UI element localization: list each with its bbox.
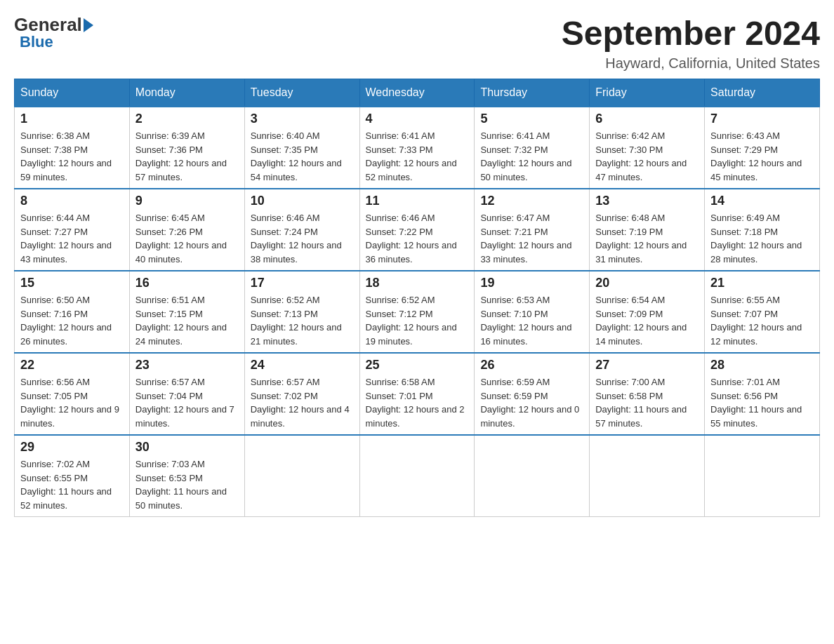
day-info: Sunrise: 6:39 AMSunset: 7:36 PMDaylight:… bbox=[135, 129, 239, 184]
day-info: Sunrise: 6:45 AMSunset: 7:26 PMDaylight:… bbox=[135, 211, 239, 266]
calendar-cell: 4Sunrise: 6:41 AMSunset: 7:33 PMDaylight… bbox=[359, 107, 475, 189]
day-info: Sunrise: 6:44 AMSunset: 7:27 PMDaylight:… bbox=[20, 211, 124, 266]
calendar-cell: 27Sunrise: 7:00 AMSunset: 6:58 PMDayligh… bbox=[590, 353, 705, 435]
calendar-cell: 8Sunrise: 6:44 AMSunset: 7:27 PMDaylight… bbox=[15, 189, 130, 271]
day-number: 14 bbox=[710, 194, 814, 208]
day-number: 10 bbox=[251, 194, 354, 208]
calendar-cell: 7Sunrise: 6:43 AMSunset: 7:29 PMDaylight… bbox=[705, 107, 820, 189]
calendar-cell bbox=[359, 435, 475, 517]
day-number: 6 bbox=[595, 112, 699, 126]
day-number: 11 bbox=[366, 194, 469, 208]
col-monday: Monday bbox=[129, 79, 244, 107]
col-wednesday: Wednesday bbox=[359, 79, 475, 107]
calendar-cell bbox=[475, 435, 590, 517]
calendar-cell: 12Sunrise: 6:47 AMSunset: 7:21 PMDayligh… bbox=[475, 189, 590, 271]
calendar-cell: 1Sunrise: 6:38 AMSunset: 7:38 PMDaylight… bbox=[15, 107, 130, 189]
calendar-week-row: 29Sunrise: 7:02 AMSunset: 6:55 PMDayligh… bbox=[15, 435, 820, 517]
day-number: 13 bbox=[595, 194, 699, 208]
calendar-cell: 20Sunrise: 6:54 AMSunset: 7:09 PMDayligh… bbox=[590, 271, 705, 353]
calendar-week-row: 22Sunrise: 6:56 AMSunset: 7:05 PMDayligh… bbox=[15, 353, 820, 435]
day-number: 12 bbox=[480, 194, 583, 208]
day-number: 24 bbox=[251, 358, 354, 373]
calendar-week-row: 1Sunrise: 6:38 AMSunset: 7:38 PMDaylight… bbox=[15, 107, 820, 189]
day-info: Sunrise: 6:53 AMSunset: 7:10 PMDaylight:… bbox=[480, 293, 583, 348]
day-info: Sunrise: 6:50 AMSunset: 7:16 PMDaylight:… bbox=[20, 293, 124, 348]
day-info: Sunrise: 6:59 AMSunset: 6:59 PMDaylight:… bbox=[480, 375, 583, 430]
calendar-cell: 29Sunrise: 7:02 AMSunset: 6:55 PMDayligh… bbox=[15, 435, 130, 517]
calendar-cell: 24Sunrise: 6:57 AMSunset: 7:02 PMDayligh… bbox=[244, 353, 359, 435]
day-number: 21 bbox=[710, 276, 814, 290]
calendar-cell: 5Sunrise: 6:41 AMSunset: 7:32 PMDaylight… bbox=[475, 107, 590, 189]
day-number: 15 bbox=[20, 276, 124, 290]
day-info: Sunrise: 7:03 AMSunset: 6:53 PMDaylight:… bbox=[135, 457, 239, 512]
calendar-cell: 17Sunrise: 6:52 AMSunset: 7:13 PMDayligh… bbox=[244, 271, 359, 353]
calendar-cell: 2Sunrise: 6:39 AMSunset: 7:36 PMDaylight… bbox=[129, 107, 244, 189]
calendar-cell: 3Sunrise: 6:40 AMSunset: 7:35 PMDaylight… bbox=[244, 107, 359, 189]
calendar-cell: 22Sunrise: 6:56 AMSunset: 7:05 PMDayligh… bbox=[15, 353, 130, 435]
day-info: Sunrise: 6:47 AMSunset: 7:21 PMDaylight:… bbox=[480, 211, 583, 266]
calendar-cell: 6Sunrise: 6:42 AMSunset: 7:30 PMDaylight… bbox=[590, 107, 705, 189]
calendar-cell: 16Sunrise: 6:51 AMSunset: 7:15 PMDayligh… bbox=[129, 271, 244, 353]
day-number: 18 bbox=[366, 276, 469, 290]
day-number: 29 bbox=[20, 440, 124, 455]
day-info: Sunrise: 6:46 AMSunset: 7:24 PMDaylight:… bbox=[251, 211, 354, 266]
day-number: 19 bbox=[480, 276, 583, 290]
calendar-table: Sunday Monday Tuesday Wednesday Thursday… bbox=[14, 79, 820, 517]
calendar-cell: 13Sunrise: 6:48 AMSunset: 7:19 PMDayligh… bbox=[590, 189, 705, 271]
day-info: Sunrise: 6:49 AMSunset: 7:18 PMDaylight:… bbox=[710, 211, 814, 266]
day-number: 28 bbox=[710, 358, 814, 373]
day-info: Sunrise: 6:41 AMSunset: 7:33 PMDaylight:… bbox=[366, 129, 469, 184]
day-number: 30 bbox=[135, 440, 239, 455]
day-info: Sunrise: 6:52 AMSunset: 7:12 PMDaylight:… bbox=[366, 293, 469, 348]
logo-blue-text: Blue bbox=[20, 33, 53, 51]
col-thursday: Thursday bbox=[475, 79, 590, 107]
calendar-cell: 15Sunrise: 6:50 AMSunset: 7:16 PMDayligh… bbox=[15, 271, 130, 353]
calendar-cell bbox=[590, 435, 705, 517]
day-number: 8 bbox=[20, 194, 124, 208]
day-info: Sunrise: 6:52 AMSunset: 7:13 PMDaylight:… bbox=[251, 293, 354, 348]
day-info: Sunrise: 6:51 AMSunset: 7:15 PMDaylight:… bbox=[135, 293, 239, 348]
day-info: Sunrise: 6:43 AMSunset: 7:29 PMDaylight:… bbox=[710, 129, 814, 184]
day-info: Sunrise: 6:41 AMSunset: 7:32 PMDaylight:… bbox=[480, 129, 583, 184]
day-number: 23 bbox=[135, 358, 239, 373]
calendar-header-row: Sunday Monday Tuesday Wednesday Thursday… bbox=[15, 79, 820, 107]
day-info: Sunrise: 6:46 AMSunset: 7:22 PMDaylight:… bbox=[366, 211, 469, 266]
day-number: 5 bbox=[480, 112, 583, 126]
day-number: 16 bbox=[135, 276, 239, 290]
day-number: 26 bbox=[480, 358, 583, 373]
day-info: Sunrise: 6:38 AMSunset: 7:38 PMDaylight:… bbox=[20, 129, 124, 184]
calendar-cell: 14Sunrise: 6:49 AMSunset: 7:18 PMDayligh… bbox=[705, 189, 820, 271]
day-number: 1 bbox=[20, 112, 124, 126]
day-info: Sunrise: 6:57 AMSunset: 7:02 PMDaylight:… bbox=[251, 375, 354, 430]
calendar-cell: 21Sunrise: 6:55 AMSunset: 7:07 PMDayligh… bbox=[705, 271, 820, 353]
day-info: Sunrise: 7:00 AMSunset: 6:58 PMDaylight:… bbox=[595, 375, 699, 430]
calendar-cell bbox=[244, 435, 359, 517]
col-friday: Friday bbox=[590, 79, 705, 107]
day-info: Sunrise: 6:57 AMSunset: 7:04 PMDaylight:… bbox=[135, 375, 239, 430]
title-block: September 2024 Hayward, California, Unit… bbox=[562, 14, 820, 72]
col-saturday: Saturday bbox=[705, 79, 820, 107]
calendar-cell: 28Sunrise: 7:01 AMSunset: 6:56 PMDayligh… bbox=[705, 353, 820, 435]
day-info: Sunrise: 7:01 AMSunset: 6:56 PMDaylight:… bbox=[710, 375, 814, 430]
logo: General Blue bbox=[14, 14, 95, 51]
day-info: Sunrise: 6:54 AMSunset: 7:09 PMDaylight:… bbox=[595, 293, 699, 348]
calendar-cell: 25Sunrise: 6:58 AMSunset: 7:01 PMDayligh… bbox=[359, 353, 475, 435]
calendar-cell: 10Sunrise: 6:46 AMSunset: 7:24 PMDayligh… bbox=[244, 189, 359, 271]
calendar-week-row: 15Sunrise: 6:50 AMSunset: 7:16 PMDayligh… bbox=[15, 271, 820, 353]
day-info: Sunrise: 6:56 AMSunset: 7:05 PMDaylight:… bbox=[20, 375, 124, 430]
day-number: 9 bbox=[135, 194, 239, 208]
calendar-week-row: 8Sunrise: 6:44 AMSunset: 7:27 PMDaylight… bbox=[15, 189, 820, 271]
day-info: Sunrise: 6:55 AMSunset: 7:07 PMDaylight:… bbox=[710, 293, 814, 348]
calendar-cell: 26Sunrise: 6:59 AMSunset: 6:59 PMDayligh… bbox=[475, 353, 590, 435]
day-info: Sunrise: 7:02 AMSunset: 6:55 PMDaylight:… bbox=[20, 457, 124, 512]
day-number: 17 bbox=[251, 276, 354, 290]
day-number: 4 bbox=[366, 112, 469, 126]
calendar-cell: 9Sunrise: 6:45 AMSunset: 7:26 PMDaylight… bbox=[129, 189, 244, 271]
calendar-cell: 19Sunrise: 6:53 AMSunset: 7:10 PMDayligh… bbox=[475, 271, 590, 353]
day-number: 20 bbox=[595, 276, 699, 290]
day-info: Sunrise: 6:48 AMSunset: 7:19 PMDaylight:… bbox=[595, 211, 699, 266]
col-tuesday: Tuesday bbox=[244, 79, 359, 107]
location-text: Hayward, California, United States bbox=[562, 55, 820, 72]
day-number: 3 bbox=[251, 112, 354, 126]
day-number: 2 bbox=[135, 112, 239, 126]
